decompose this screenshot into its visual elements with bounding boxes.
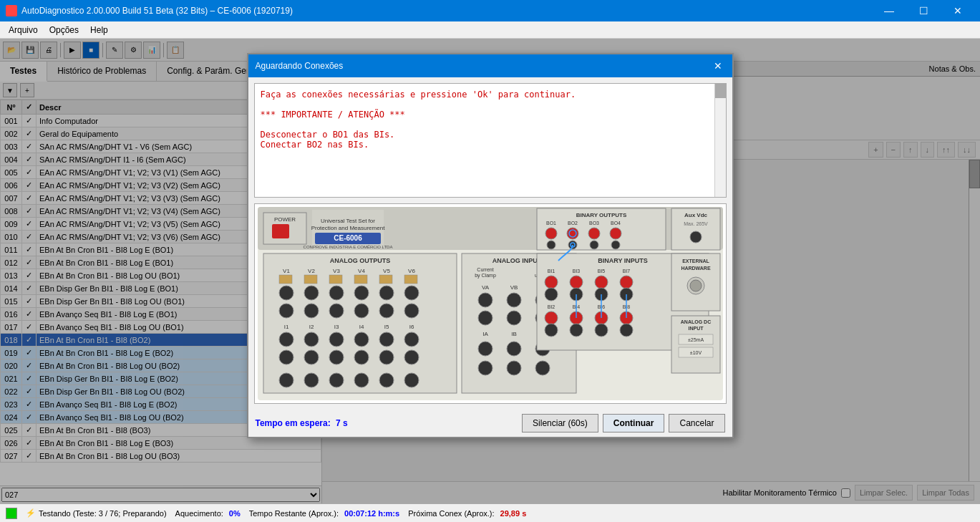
svg-point-100: [507, 342, 521, 356]
svg-point-102: [478, 361, 493, 375]
svg-text:BI3: BI3: [572, 269, 580, 274]
svg-point-123: [545, 311, 558, 324]
svg-text:by Clamp: by Clamp: [475, 273, 496, 279]
svg-text:Current: Current: [477, 267, 493, 272]
svg-rect-42: [354, 275, 367, 284]
svg-rect-40: [304, 275, 317, 284]
svg-point-69: [279, 350, 293, 364]
svg-point-30: [690, 231, 702, 243]
svg-text:BINARY INPUTS: BINARY INPUTS: [598, 257, 648, 264]
svg-text:BO4: BO4: [610, 221, 620, 226]
testing-text: Testando (Teste: 3 / 76; Preparando): [39, 509, 167, 518]
svg-text:CE-6006: CE-6006: [334, 234, 362, 242]
modal-text-scrollbar[interactable]: [714, 84, 726, 197]
close-button[interactable]: ✕: [941, 0, 974, 21]
svg-point-128: [570, 324, 583, 337]
menu-bar: Arquivo Opções Help: [0, 21, 980, 39]
svg-point-20: [588, 228, 600, 239]
svg-point-91: [507, 293, 521, 307]
modal-scrollbar-thumb: [715, 84, 726, 98]
svg-text:V5: V5: [383, 268, 390, 274]
svg-text:ANALOG DC: ANALOG DC: [680, 319, 710, 324]
svg-text:BI5: BI5: [597, 269, 605, 274]
svg-point-115: [545, 288, 558, 301]
svg-point-51: [279, 304, 293, 318]
svg-point-63: [279, 332, 293, 347]
svg-point-103: [507, 361, 521, 375]
svg-text:±25mA: ±25mA: [687, 337, 703, 342]
svg-text:BO1: BO1: [545, 221, 556, 226]
maximize-button[interactable]: ☐: [907, 0, 940, 21]
svg-point-53: [329, 304, 344, 318]
svg-point-135: [690, 280, 702, 291]
svg-text:BINARY OUTPUTS: BINARY OUTPUTS: [576, 212, 626, 218]
warming-value: 0%: [229, 509, 241, 518]
svg-text:BO2: BO2: [567, 221, 577, 226]
svg-text:BI2: BI2: [547, 304, 555, 309]
svg-point-73: [379, 350, 394, 364]
modal-text-area: Faça as conexões necessárias e pressione…: [254, 83, 727, 198]
svg-text:I3: I3: [334, 324, 339, 330]
svg-text:BI1: BI1: [547, 269, 555, 274]
cancel-btn[interactable]: Cancelar: [669, 414, 724, 432]
svg-text:POWER: POWER: [273, 216, 295, 223]
svg-rect-44: [404, 275, 417, 284]
svg-point-111: [545, 276, 558, 289]
svg-text:V3: V3: [333, 268, 340, 274]
time-label: Tempo Restante (Aprox.):: [249, 509, 339, 518]
timer-label: Tempo em espera:: [256, 418, 331, 428]
svg-text:INPUT: INPUT: [688, 326, 704, 331]
modal-timer: Tempo em espera: 7 s: [256, 418, 348, 428]
silence-btn[interactable]: Silenciar (60s): [522, 414, 598, 432]
svg-text:EXTERNAL: EXTERNAL: [682, 258, 709, 264]
svg-point-80: [404, 373, 419, 387]
svg-text:Aux Vdc: Aux Vdc: [684, 212, 707, 218]
svg-point-79: [379, 373, 394, 387]
svg-point-21: [610, 228, 621, 239]
status-indicator: [6, 508, 17, 519]
menu-arquivo[interactable]: Arquivo: [3, 24, 44, 37]
timer-value: 7 s: [336, 418, 348, 428]
status-bar: ⚡ Testando (Teste: 3 / 76; Preparando) A…: [0, 503, 980, 522]
svg-text:V6: V6: [408, 268, 415, 274]
svg-text:HARDWARE: HARDWARE: [681, 266, 711, 271]
svg-text:I4: I4: [359, 324, 364, 330]
svg-point-94: [507, 311, 521, 325]
svg-point-93: [478, 311, 493, 325]
svg-point-78: [354, 373, 369, 387]
menu-opcoes[interactable]: Opções: [44, 24, 84, 37]
modal-titlebar: Aguardando Conexões ✕: [248, 54, 732, 77]
minimize-button[interactable]: —: [873, 0, 906, 21]
svg-text:Max. 265V: Max. 265V: [684, 221, 708, 226]
svg-text:IB: IB: [511, 331, 517, 337]
svg-point-64: [304, 332, 319, 347]
continue-btn[interactable]: Continuar: [603, 414, 665, 432]
svg-text:VB: VB: [510, 284, 518, 291]
modal-title: Aguardando Conexões: [256, 61, 344, 71]
svg-point-130: [620, 324, 633, 337]
svg-point-66: [354, 332, 369, 347]
svg-point-17: [545, 228, 557, 239]
menu-help[interactable]: Help: [84, 24, 114, 37]
svg-point-52: [304, 304, 319, 318]
svg-point-112: [570, 276, 583, 289]
svg-text:I6: I6: [409, 324, 414, 330]
svg-rect-39: [279, 275, 292, 284]
modal-dialog: Aguardando Conexões ✕ Faça as conexões n…: [247, 53, 734, 438]
svg-point-114: [620, 276, 633, 289]
svg-text:Universal Test Set for: Universal Test Set for: [321, 218, 375, 224]
svg-text:V4: V4: [358, 268, 365, 274]
svg-point-99: [478, 342, 493, 356]
modal-device-image: POWER Universal Test Set for Protection …: [254, 203, 727, 404]
svg-point-104: [535, 361, 550, 375]
title-bar: AutoDiagnostico 2.00.000 Build 51 Beta (…: [0, 0, 980, 21]
svg-point-47: [329, 286, 344, 300]
svg-point-70: [304, 350, 319, 364]
svg-text:BI7: BI7: [622, 269, 630, 274]
svg-point-49: [379, 286, 394, 300]
modal-close-btn[interactable]: ✕: [711, 59, 725, 73]
time-value: 00:07:12 h:m:s: [344, 509, 399, 518]
svg-point-77: [329, 373, 344, 387]
svg-point-46: [304, 286, 319, 300]
next-value: 29,89 s: [500, 509, 527, 518]
